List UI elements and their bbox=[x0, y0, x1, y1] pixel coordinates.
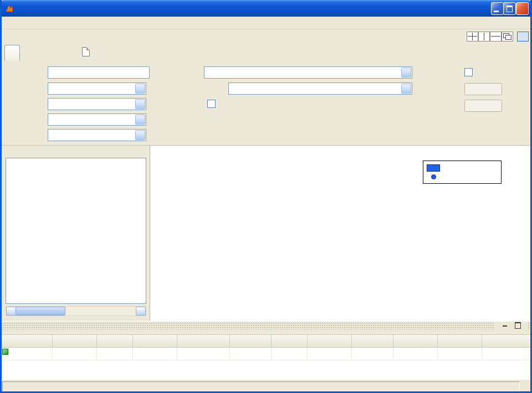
tile-horizontal-button[interactable] bbox=[490, 32, 502, 42]
dropdown-arrow-icon[interactable] bbox=[135, 115, 145, 125]
table-header-row bbox=[0, 335, 532, 348]
menu-item-help[interactable] bbox=[62, 21, 69, 24]
minimize-button[interactable] bbox=[491, 2, 504, 15]
column-header-rmse[interactable] bbox=[308, 335, 352, 348]
menubar bbox=[0, 17, 532, 29]
fit-button[interactable] bbox=[464, 83, 502, 95]
menu-item-fit[interactable] bbox=[41, 21, 49, 24]
fit-color-swatch bbox=[2, 349, 8, 355]
y-input-combo[interactable] bbox=[48, 98, 146, 110]
dropdown-arrow-icon[interactable] bbox=[401, 68, 411, 77]
z-input-combo[interactable] bbox=[48, 113, 146, 126]
app-icon bbox=[5, 4, 14, 13]
stop-button[interactable] bbox=[464, 100, 502, 112]
results-panel bbox=[0, 146, 150, 322]
dropdown-arrow-icon[interactable] bbox=[401, 84, 411, 94]
scroll-right-button[interactable] bbox=[136, 307, 146, 316]
normalize-checkbox[interactable] bbox=[207, 100, 216, 108]
plot-panel bbox=[150, 146, 532, 322]
cell-ncoeff bbox=[352, 348, 393, 360]
legend-point-marker-icon bbox=[431, 174, 436, 179]
tile-four-button[interactable] bbox=[467, 32, 478, 42]
column-header-validation2[interactable] bbox=[438, 335, 482, 348]
table-of-fits-header bbox=[0, 321, 532, 330]
cell-validation2 bbox=[438, 348, 482, 360]
cell-fit-name bbox=[0, 348, 53, 360]
legend-surface-swatch bbox=[427, 164, 440, 172]
close-button[interactable] bbox=[516, 2, 529, 15]
fit-settings-panel bbox=[0, 58, 532, 145]
menu-item-tools[interactable] bbox=[10, 21, 18, 24]
tab-untitled-fit[interactable] bbox=[4, 45, 20, 61]
results-text bbox=[6, 164, 146, 168]
new-fit-button[interactable] bbox=[82, 47, 90, 56]
dropdown-arrow-icon[interactable] bbox=[135, 99, 145, 109]
fit-name-input[interactable] bbox=[48, 66, 150, 79]
table-of-fits-spacer bbox=[0, 330, 532, 334]
status-field bbox=[2, 381, 520, 391]
column-header-validation3[interactable] bbox=[482, 335, 532, 348]
method-combo[interactable] bbox=[228, 82, 412, 95]
app-window bbox=[0, 0, 532, 393]
cell-rmse bbox=[308, 348, 352, 360]
menu-item-window-cn[interactable] bbox=[82, 21, 90, 24]
cell-data bbox=[53, 348, 97, 360]
weight-combo[interactable] bbox=[48, 129, 146, 141]
column-header-name[interactable] bbox=[0, 335, 53, 348]
toolbar bbox=[0, 29, 532, 44]
column-header-sse[interactable] bbox=[133, 335, 177, 348]
dropdown-arrow-icon[interactable] bbox=[135, 130, 145, 140]
tabbar bbox=[0, 43, 532, 58]
maximize-view-button[interactable] bbox=[517, 32, 529, 42]
restore-button[interactable] bbox=[503, 2, 516, 15]
column-header-data[interactable] bbox=[53, 335, 97, 348]
panel-minimize-icon[interactable] bbox=[503, 322, 508, 327]
horizontal-scrollbar[interactable] bbox=[6, 306, 146, 316]
tile-vertical-button[interactable] bbox=[478, 32, 490, 42]
menu-item-window[interactable] bbox=[30, 21, 38, 24]
results-row bbox=[0, 145, 532, 322]
column-header-adjrsq[interactable] bbox=[272, 335, 308, 348]
menu-item-desktop[interactable] bbox=[21, 21, 28, 24]
column-header-ncoeff[interactable] bbox=[352, 335, 393, 348]
cell-type bbox=[97, 348, 133, 360]
cell-dfe bbox=[230, 348, 272, 360]
scroll-left-button[interactable] bbox=[6, 307, 16, 316]
menu-item-desktop-cn[interactable] bbox=[71, 21, 79, 24]
table-of-fits-table bbox=[0, 334, 532, 380]
menu-item-view[interactable] bbox=[51, 21, 59, 24]
plot-legend[interactable] bbox=[423, 161, 502, 184]
cell-adjrsq bbox=[272, 348, 308, 360]
statusbar bbox=[0, 380, 532, 393]
cell-validation1 bbox=[393, 348, 438, 360]
dropdown-arrow-icon[interactable] bbox=[135, 84, 145, 94]
column-header-validation1[interactable] bbox=[393, 335, 438, 348]
autofit-checkbox[interactable] bbox=[464, 68, 473, 76]
column-header-rsquare[interactable] bbox=[177, 335, 230, 348]
menu-item-file[interactable] bbox=[0, 21, 8, 24]
table-row[interactable] bbox=[0, 348, 532, 360]
cell-validation3 bbox=[482, 348, 532, 360]
panel-maximize-icon[interactable] bbox=[515, 322, 521, 329]
cell-sse bbox=[133, 348, 177, 360]
results-box bbox=[6, 158, 146, 304]
cell-rsquare bbox=[177, 348, 230, 360]
fit-type-combo[interactable] bbox=[204, 66, 412, 79]
float-windows-button[interactable] bbox=[502, 32, 513, 42]
x-input-combo[interactable] bbox=[48, 82, 146, 95]
scroll-thumb[interactable] bbox=[16, 307, 65, 316]
column-header-dfe[interactable] bbox=[230, 335, 272, 348]
column-header-type[interactable] bbox=[97, 335, 133, 348]
titlebar[interactable] bbox=[0, 0, 532, 17]
